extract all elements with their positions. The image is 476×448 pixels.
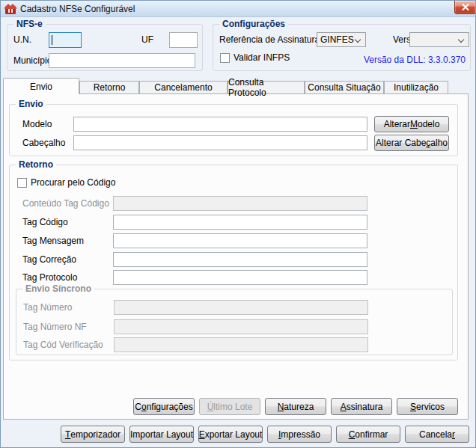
tag-codigo-label: Tag Código <box>22 217 68 227</box>
tab-consulta-situacao[interactable]: Consulta Situação <box>305 81 384 93</box>
validar-infps-checkbox[interactable]: Validar INFPS <box>220 52 290 63</box>
tag-numero-input <box>114 300 368 315</box>
conteudo-tag-codigo-label: Conteúdo Tag Código <box>22 198 109 209</box>
confirmar-button[interactable]: Confirmar <box>336 426 400 443</box>
cancelar-button[interactable]: Cancelar <box>405 426 469 443</box>
tab-inutilizacao[interactable]: Inutilização <box>384 81 448 93</box>
servicos-button[interactable]: Servicos <box>397 398 458 415</box>
tab-page-envio: Envio Modelo Alterar Modelo Cabeçalho Al… <box>3 93 469 420</box>
tag-numero-label: Tag Número <box>23 302 72 313</box>
retorno-group-title: Retorno <box>16 159 56 170</box>
modelo-label: Modelo <box>22 119 52 129</box>
natureza-button[interactable]: Natureza <box>265 398 326 415</box>
versao-select[interactable] <box>409 32 469 47</box>
tag-mensagem-label: Tag Mensagem <box>22 236 84 246</box>
text-caret <box>52 35 52 45</box>
referencia-assinatura-label: Referência de Assinatura <box>219 34 320 45</box>
cabecalho-input[interactable] <box>73 135 367 150</box>
window-cadastro-nfse: Cadastro NFSe Configurável NFS-e U.N. UF… <box>0 0 476 448</box>
referencia-assinatura-value: GINFES <box>320 34 354 45</box>
envio-sincrono-groupbox: Envio Síncrono Tag Número Tag Número NF … <box>16 289 453 355</box>
close-icon <box>462 4 469 10</box>
configuracoes-button[interactable]: Configurações <box>133 398 195 415</box>
chevron-down-icon <box>355 37 361 43</box>
checkbox-box <box>17 178 27 188</box>
un-input[interactable] <box>49 32 82 48</box>
tag-cod-verificacao-input <box>114 337 368 352</box>
app-icon <box>4 3 16 15</box>
temporizador-button[interactable]: Temporizador <box>61 426 125 443</box>
nfse-group-title: NFS-e <box>13 19 46 29</box>
titlebar: Cadastro NFSe Configurável <box>1 1 475 17</box>
window-title: Cadastro NFSe Configurável <box>20 4 135 14</box>
checkbox-box <box>220 53 230 63</box>
validar-infps-label: Validar INFPS <box>234 52 290 63</box>
chevron-down-icon <box>458 37 464 43</box>
tag-numero-nf-input <box>114 319 368 334</box>
envio-groupbox: Envio Modelo Alterar Modelo Cabeçalho Al… <box>9 104 458 156</box>
alterar-cabecalho-button[interactable]: Alterar Cabeçalho <box>374 135 449 151</box>
ultimo-lote-button: Último Lote <box>199 398 260 415</box>
procurar-pelo-codigo-label: Procurar pelo Código <box>31 177 115 188</box>
retorno-groupbox: Retorno Procurar pelo Código Conteúdo Ta… <box>9 165 458 360</box>
conteudo-tag-codigo-input <box>113 196 367 211</box>
tab-envio[interactable]: Envio <box>3 78 79 94</box>
tag-protocolo-input[interactable] <box>113 270 367 285</box>
impressao-button[interactable]: Impressão <box>267 426 332 443</box>
tab-consulta-protocolo[interactable]: Consulta Protocolo <box>228 81 305 93</box>
envio-sincrono-group-title: Envio Síncrono <box>22 283 94 294</box>
municipio-input[interactable] <box>49 53 195 68</box>
dll-version-text: Versão da DLL: 3.3.0.370 <box>364 55 466 65</box>
referencia-assinatura-select[interactable]: GINFES <box>317 32 366 47</box>
procurar-pelo-codigo-checkbox[interactable]: Procurar pelo Código <box>17 177 115 188</box>
uf-input[interactable] <box>169 32 198 48</box>
configuracoes-group-title: Configurações <box>219 19 288 29</box>
tag-numero-nf-label: Tag Número NF <box>23 322 87 332</box>
tag-codigo-input[interactable] <box>113 215 367 230</box>
cabecalho-label: Cabeçalho <box>22 138 65 148</box>
assinatura-button[interactable]: Assinatura <box>331 398 392 415</box>
envio-group-title: Envio <box>16 99 46 109</box>
tag-correcao-input[interactable] <box>113 252 367 267</box>
configuracoes-groupbox: Configurações Referência de Assinatura G… <box>213 24 471 71</box>
alterar-modelo-button[interactable]: Alterar Modelo <box>374 116 449 132</box>
exportar-layout-button[interactable]: Exportar Layout <box>198 426 263 443</box>
importar-layout-button[interactable]: Importar Layout <box>129 426 194 443</box>
tab-retorno[interactable]: Retorno <box>79 81 139 93</box>
modelo-input[interactable] <box>73 117 367 132</box>
municipio-label: Município <box>13 55 52 66</box>
tag-cod-verificacao-label: Tag Cód Verificação <box>23 340 103 350</box>
tag-mensagem-input[interactable] <box>113 233 367 248</box>
close-button[interactable] <box>454 1 476 14</box>
nfse-groupbox: NFS-e U.N. UF Município <box>7 24 203 71</box>
tab-cancelamento[interactable]: Cancelamento <box>139 81 228 93</box>
tag-protocolo-label: Tag Protocolo <box>22 272 77 283</box>
un-label: U.N. <box>13 34 31 45</box>
tag-correcao-label: Tag Correção <box>22 254 76 265</box>
uf-label: UF <box>141 34 153 45</box>
